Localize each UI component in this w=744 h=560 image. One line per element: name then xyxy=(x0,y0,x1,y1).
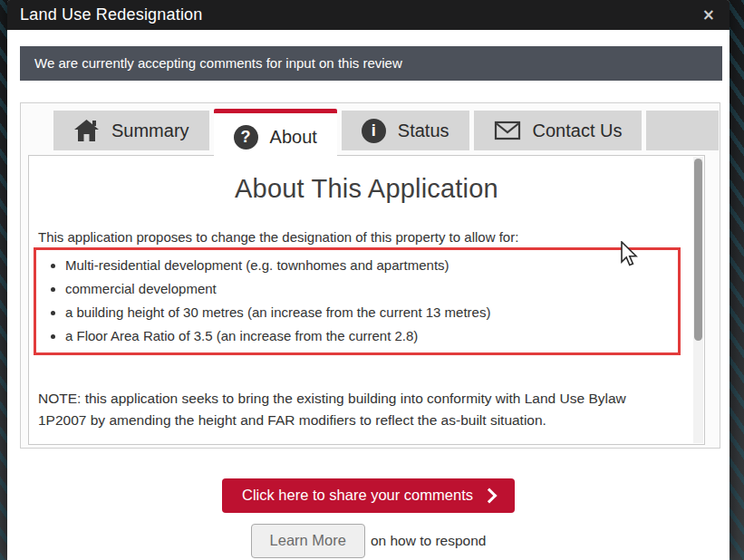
envelope-icon xyxy=(494,120,521,141)
list-item: commercial development xyxy=(65,281,678,296)
note-text: NOTE: this application seeks to bring th… xyxy=(29,388,686,431)
scrollbar-thumb[interactable] xyxy=(694,159,702,341)
share-comments-label: Click here to share your comments xyxy=(242,487,473,504)
learn-more-suffix: on how to respond xyxy=(371,533,487,549)
modal-header: Land Use Redesignation × xyxy=(7,0,730,30)
info-circle-icon: i xyxy=(362,119,386,143)
modal-title: Land Use Redesignation xyxy=(20,5,203,24)
tab-about[interactable]: ? About xyxy=(214,109,337,160)
list-item: Multi-residential development (e.g. town… xyxy=(65,257,678,273)
tab-label: Status xyxy=(398,121,449,141)
tab-bar-filler xyxy=(646,111,719,150)
banner-text: We are currently accepting comments for … xyxy=(34,55,402,71)
red-highlight-annotation: Multi-residential development (e.g. town… xyxy=(34,247,681,355)
close-icon[interactable]: × xyxy=(699,5,719,24)
comments-open-banner: We are currently accepting comments for … xyxy=(20,46,722,81)
tab-status[interactable]: i Status xyxy=(342,111,469,150)
tab-panel: Summary ? About i Status Contact Us xyxy=(20,102,720,449)
page-title: About This Application xyxy=(29,174,704,204)
modal-actions: Click here to share your comments Learn … xyxy=(7,449,730,558)
list-item: a building height of 30 metres (an incre… xyxy=(65,304,678,320)
learn-more-button[interactable]: Learn More xyxy=(251,524,365,558)
tab-label: Contact Us xyxy=(533,121,623,141)
question-circle-icon: ? xyxy=(234,125,258,150)
list-item: a Floor Area Ratio of 3.5 (an increase f… xyxy=(65,328,678,343)
intro-text: This application proposes to change the … xyxy=(29,229,704,245)
chevron-right-icon xyxy=(481,488,497,504)
tab-summary[interactable]: Summary xyxy=(53,111,209,150)
share-comments-button[interactable]: Click here to share your comments xyxy=(222,478,515,513)
tab-contact-us[interactable]: Contact Us xyxy=(474,111,643,150)
proposal-list: Multi-residential development (e.g. town… xyxy=(36,257,678,343)
learn-more-row: Learn More on how to respond xyxy=(7,524,730,558)
tab-label: About xyxy=(270,127,317,148)
home-icon xyxy=(73,119,100,142)
tab-label: Summary xyxy=(111,121,189,141)
about-tab-content: About This Application This application … xyxy=(28,155,705,445)
tab-bar: Summary ? About i Status Contact Us xyxy=(21,103,720,150)
content-scrollbar[interactable] xyxy=(693,157,703,443)
land-use-modal: Land Use Redesignation × We are currentl… xyxy=(7,0,730,560)
